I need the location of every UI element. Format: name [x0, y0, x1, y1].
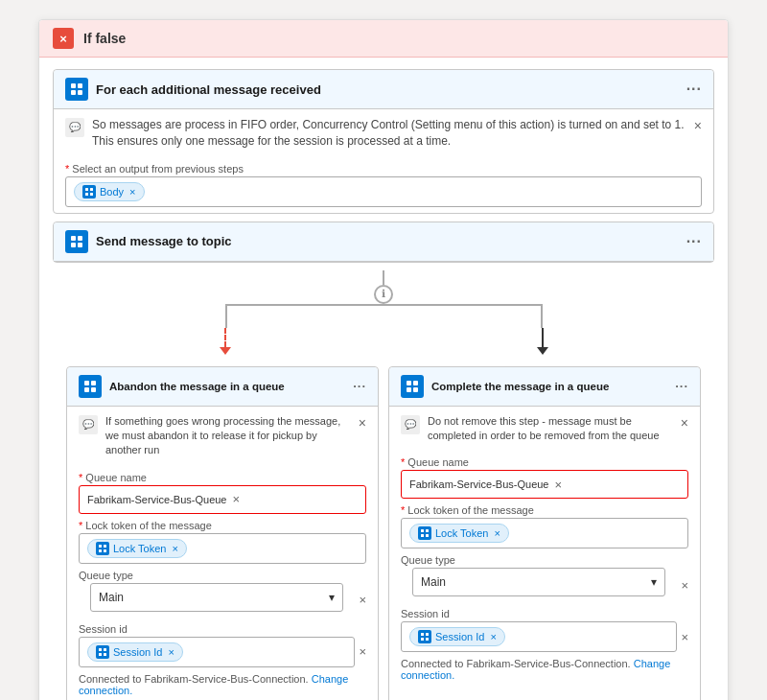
- abandon-step-title: Abandon the message in a queue: [109, 381, 345, 392]
- abandon-session-label: Session id: [79, 623, 366, 635]
- complete-dismiss-button[interactable]: ×: [681, 414, 688, 433]
- svg-rect-21: [104, 648, 106, 651]
- abandon-session-field[interactable]: Session Id ×: [79, 637, 355, 667]
- svg-rect-13: [91, 381, 96, 385]
- complete-session-token[interactable]: Session Id ×: [409, 627, 505, 646]
- foreach-step-menu[interactable]: ···: [686, 81, 702, 98]
- abandon-session-token-remove[interactable]: ×: [168, 646, 174, 658]
- foreach-info-icon: 💬: [65, 118, 84, 137]
- left-dashed-arrow: [220, 328, 231, 355]
- svg-rect-25: [413, 381, 418, 385]
- svg-rect-35: [426, 638, 429, 641]
- svg-rect-19: [104, 549, 106, 552]
- svg-rect-32: [421, 633, 424, 636]
- foreach-step-title: For each additional message received: [96, 82, 679, 97]
- complete-queue-field[interactable]: Fabrikam-Service-Bus-Queue ×: [401, 470, 688, 499]
- svg-rect-10: [71, 243, 76, 247]
- foreach-info-text: So messages are process in FIFO order, C…: [92, 117, 686, 150]
- left-arrow-head: [220, 347, 231, 355]
- content-area: For each additional message received ···…: [39, 58, 728, 700]
- complete-session-icon: [418, 630, 431, 643]
- complete-qtype-arrow: ▾: [651, 575, 657, 589]
- svg-rect-16: [99, 545, 102, 548]
- complete-info-icon: 💬: [401, 415, 420, 434]
- main-container: × If false For each additional message r…: [38, 19, 729, 700]
- branch-horiz-line: [225, 304, 543, 306]
- complete-lock-token[interactable]: Lock Token ×: [409, 524, 509, 543]
- abandon-session-icon: [96, 645, 109, 659]
- complete-session-field[interactable]: Session Id ×: [401, 621, 677, 652]
- foreach-select-label: * Select an output from previous steps: [65, 163, 702, 175]
- complete-session-clear[interactable]: ×: [681, 630, 688, 644]
- complete-session-token-remove[interactable]: ×: [490, 631, 496, 642]
- abandon-lock-token[interactable]: Lock Token ×: [87, 539, 187, 558]
- left-dashed-line: [224, 328, 226, 347]
- abandon-session-clear[interactable]: ×: [359, 644, 366, 659]
- abandon-info-block: 💬 If something goes wrong processing the…: [67, 407, 378, 466]
- complete-session-token-label: Session Id: [435, 631, 484, 642]
- abandon-lock-token-remove[interactable]: ×: [172, 543, 177, 554]
- abandon-connected-text: Connected to Fabrikam-Service-Bus-Connec…: [79, 673, 366, 696]
- svg-rect-6: [85, 193, 88, 196]
- page-title: If false: [83, 31, 126, 46]
- svg-rect-0: [71, 83, 76, 88]
- body-token[interactable]: Body ×: [74, 182, 145, 201]
- send-step-menu[interactable]: ···: [686, 233, 702, 250]
- complete-lock-label: * Lock token of the message: [401, 504, 688, 516]
- svg-rect-7: [90, 193, 93, 196]
- right-arrow-head: [537, 347, 548, 355]
- complete-qtype-select[interactable]: Main ▾: [412, 568, 665, 596]
- svg-rect-12: [84, 381, 89, 385]
- right-solid-line: [542, 328, 544, 347]
- abandon-lock-field[interactable]: Lock Token ×: [79, 533, 366, 564]
- svg-rect-9: [78, 236, 82, 241]
- complete-qtype-row: Main ▾ ×: [401, 568, 688, 602]
- complete-queue-clear[interactable]: ×: [555, 478, 563, 492]
- svg-rect-31: [426, 534, 429, 537]
- abandon-step-menu[interactable]: ···: [353, 379, 366, 393]
- abandon-step-header: Abandon the message in a queue ···: [67, 367, 378, 407]
- abandon-info-text: If something goes wrong processing the m…: [105, 414, 351, 458]
- complete-step-icon: [401, 375, 424, 398]
- abandon-queue-clear[interactable]: ×: [233, 492, 241, 506]
- header-bar: × If false: [39, 20, 728, 58]
- left-branch-vert: [225, 304, 227, 328]
- abandon-queue-field[interactable]: Fabrikam-Service-Bus-Queue ×: [79, 485, 366, 514]
- right-branch-column: Complete the message in a queue ··· 💬 Do…: [388, 366, 701, 700]
- complete-qtype-label: Queue type: [401, 554, 688, 566]
- svg-rect-17: [104, 545, 106, 548]
- svg-rect-27: [413, 387, 418, 392]
- abandon-qtype-select[interactable]: Main ▾: [90, 583, 343, 612]
- body-token-label: Body: [100, 186, 124, 198]
- foreach-step-icon: [65, 78, 88, 101]
- svg-rect-5: [90, 188, 93, 191]
- right-solid-arrow: [537, 328, 548, 355]
- abandon-info-icon: 💬: [79, 415, 98, 434]
- abandon-dismiss-button[interactable]: ×: [359, 414, 366, 433]
- abandon-qtype-clear[interactable]: ×: [359, 593, 366, 607]
- complete-info-block: 💬 Do not remove this step - message must…: [389, 407, 700, 452]
- abandon-session-token[interactable]: Session Id ×: [87, 642, 183, 662]
- complete-lock-token-remove[interactable]: ×: [494, 527, 500, 539]
- send-step-block: Send message to topic ···: [53, 222, 714, 263]
- body-token-remove[interactable]: ×: [129, 186, 135, 198]
- svg-rect-20: [99, 648, 102, 651]
- abandon-qtype-arrow: ▾: [329, 591, 335, 604]
- svg-rect-15: [91, 387, 96, 392]
- svg-rect-14: [84, 387, 89, 392]
- branch-info-circle[interactable]: ℹ: [374, 285, 393, 304]
- abandon-session-row: Session Id × ×: [79, 637, 366, 667]
- svg-rect-8: [71, 236, 76, 241]
- close-button[interactable]: ×: [53, 28, 74, 49]
- abandon-lock-label: * Lock token of the message: [79, 520, 366, 531]
- complete-lock-field[interactable]: Lock Token ×: [401, 518, 688, 548]
- abandon-qtype-value: Main: [99, 591, 325, 604]
- complete-queue-value: Fabrikam-Service-Bus-Queue: [409, 478, 549, 490]
- svg-rect-11: [78, 243, 82, 247]
- send-step-header: Send message to topic ···: [54, 222, 713, 262]
- complete-qtype-value: Main: [421, 575, 647, 589]
- complete-qtype-clear[interactable]: ×: [681, 578, 688, 593]
- foreach-dismiss-button[interactable]: ×: [694, 117, 702, 136]
- complete-step-menu[interactable]: ···: [675, 379, 688, 393]
- foreach-output-field[interactable]: Body ×: [65, 176, 702, 207]
